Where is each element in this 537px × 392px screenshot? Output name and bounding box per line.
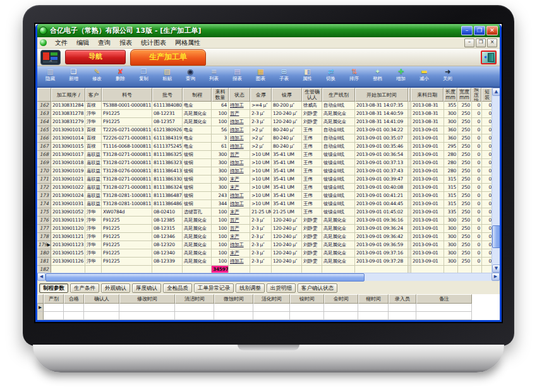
cell-ni[interactable]: 80-200 μ″	[272, 102, 302, 110]
cell-au[interactable]: >2 μ″	[250, 143, 272, 151]
toolbar-button[interactable]: ▤报表	[226, 68, 249, 81]
cell-line[interactable]: 自动金II线	[322, 102, 355, 110]
column-header-qty[interactable]: 来料数量	[212, 88, 229, 102]
cell-pre[interactable]: 0	[472, 126, 482, 134]
subtable-cell[interactable]	[389, 304, 416, 312]
cell-customer[interactable]: 淳华	[85, 217, 102, 225]
cell-process[interactable]: 镀铜	[183, 151, 212, 159]
cell-process[interactable]: 高延展化金	[183, 110, 212, 118]
table-row[interactable]: 18020130901125淳华F9122508-12340高延展化金100末产…	[37, 249, 492, 258]
cell-len[interactable]: 300	[444, 233, 458, 241]
cell-seq[interactable]: 20130901017	[51, 151, 85, 159]
cell-rowno[interactable]: 162	[37, 102, 51, 110]
nav-button[interactable]: 导航	[65, 50, 126, 64]
cell-status[interactable]: 首产	[229, 217, 250, 225]
subtable-cell[interactable]	[290, 312, 324, 320]
cell-customer[interactable]: 百稞	[85, 126, 102, 134]
table-row[interactable]: 17720130901120淳华F9122508-12315高延展化金100首产…	[37, 225, 492, 233]
cell-line[interactable]: 镀镍金II线	[322, 200, 355, 208]
cell-status[interactable]: 待加工	[229, 126, 250, 134]
cell-len[interactable]: 300	[444, 258, 458, 266]
cell-pre[interactable]: 0	[472, 102, 482, 110]
menu-item[interactable]: 查询	[94, 38, 115, 48]
scroll-down-arrow[interactable]: ▼	[492, 264, 500, 273]
cell-rowno[interactable]: 173	[37, 192, 51, 200]
cell-pre[interactable]: 0	[472, 200, 482, 208]
cell-len[interactable]: 280	[444, 159, 458, 167]
cell-customer[interactable]: 嘉联益	[85, 192, 102, 200]
cell-len[interactable]: 300	[444, 118, 458, 126]
subtable-column-header[interactable]: 录入员	[389, 294, 416, 304]
cell-qty[interactable]: 100	[212, 233, 229, 241]
cell-date[interactable]: 2013-09-01	[411, 233, 444, 241]
cell-ni[interactable]: 80-240 μ″	[272, 143, 302, 151]
cell-wid[interactable]: 250	[458, 184, 472, 192]
cell-confirmer[interactable]: 王伟	[302, 126, 322, 134]
cell-process[interactable]: 电金	[183, 102, 212, 110]
cell-rowno[interactable]: 168	[37, 151, 51, 159]
cell-ni[interactable]: 80-240 μ″	[272, 126, 302, 134]
cell-au[interactable]: >2 μ″	[250, 126, 272, 134]
cell-date[interactable]: 2013-09-01	[411, 175, 444, 184]
toolbar-button[interactable]: ➜关闭	[436, 68, 459, 81]
cell-date[interactable]: 2013-09-01	[411, 159, 444, 167]
cell-rowno[interactable]: 174	[37, 200, 51, 208]
cell-customer[interactable]: 淳华	[85, 110, 102, 118]
cell-date[interactable]: 2013-09-01	[411, 258, 444, 266]
subtable-cell[interactable]	[44, 304, 64, 312]
cell-line[interactable]: 自动金II线	[322, 134, 355, 143]
cell-short[interactable]: 0	[482, 249, 492, 258]
vertical-scroll-thumb[interactable]	[492, 225, 500, 248]
cell-lot_no[interactable]: 6121380926	[152, 126, 183, 134]
cell-pre[interactable]: 0	[472, 225, 482, 233]
cell-seq[interactable]: 20130901121	[51, 233, 85, 241]
cell-wid[interactable]: 250	[458, 225, 472, 233]
cell-au[interactable]: >10 UM	[250, 200, 272, 208]
cell-confirmer[interactable]: 王伟	[302, 159, 322, 167]
cell-line[interactable]: 高延展化金	[322, 241, 355, 249]
cell-start_time[interactable]: 2013-09-01 01:45:02	[355, 208, 408, 217]
cell-ni[interactable]: 120-240 μ″	[272, 118, 302, 126]
tab-6[interactable]: 工单异常记录	[194, 283, 234, 293]
tab-3[interactable]: 外观确认	[101, 283, 130, 293]
cell-status[interactable]: 首产	[229, 151, 250, 159]
cell-date[interactable]: 2013-09-01	[411, 151, 444, 159]
subtable-row[interactable]: ▶	[37, 304, 500, 312]
cell-lot_no[interactable]: 8111386486	[152, 200, 183, 208]
cell-seq[interactable]: 20130901019	[51, 167, 85, 175]
cell-rowno[interactable]: 178	[37, 233, 51, 241]
cell-line[interactable]: 镀镍金II线	[322, 159, 355, 167]
cell-start_time[interactable]: 2013-09-01 09:37:16	[355, 249, 408, 258]
cell-wid[interactable]: 250	[458, 110, 472, 118]
cell-short[interactable]: 0	[482, 184, 492, 192]
cell-lot_no[interactable]: 8111386325	[152, 151, 183, 159]
scroll-right-arrow[interactable]: ▶	[492, 273, 500, 281]
cell-part_no[interactable]: T2226-0271-0000811	[102, 134, 152, 143]
cell-lot_no[interactable]: 08-12339	[152, 258, 183, 266]
column-header-rowno[interactable]	[37, 88, 51, 102]
toolbar-button[interactable]: ≡列表	[202, 68, 226, 81]
cell-short[interactable]: 0	[482, 110, 492, 118]
cell-qty[interactable]: 61	[212, 143, 229, 151]
cell-confirmer[interactable]: 刘静雯	[302, 258, 322, 266]
cell-seq[interactable]: 20130901031	[51, 200, 85, 208]
column-header-seq[interactable]: 加工顺序 ∕	[51, 88, 85, 102]
cell-short[interactable]: 0	[482, 167, 492, 175]
cell-confirmer[interactable]: 刘静雯	[302, 233, 322, 241]
cell-status[interactable]: 待加工	[229, 143, 250, 151]
subtable-cell[interactable]	[290, 304, 324, 312]
subtable-column-header[interactable]: 微蚀时间	[214, 294, 253, 304]
cell-part_no[interactable]: T3128-0271-0000811	[102, 159, 152, 167]
cell-confirmer[interactable]: 王伟	[302, 184, 322, 192]
cell-wid[interactable]: 250	[458, 208, 472, 217]
cell-confirmer[interactable]: 刘静雯	[302, 249, 322, 258]
horizontal-scroll-thumb[interactable]	[45, 273, 365, 282]
column-header-part_no[interactable]: 料号	[102, 88, 152, 102]
cell-len[interactable]: 295	[444, 143, 458, 151]
subtable-column-header[interactable]: 活化时间	[253, 294, 290, 304]
cell-line[interactable]: 镀镍金II线	[322, 192, 355, 200]
cell-lot_no[interactable]: 08-02410	[152, 208, 183, 217]
cell-au[interactable]: 2-3 μ″	[250, 110, 272, 118]
subtable-column-header[interactable]: 褪时间	[358, 294, 389, 304]
cell-short[interactable]: 0	[482, 151, 492, 159]
